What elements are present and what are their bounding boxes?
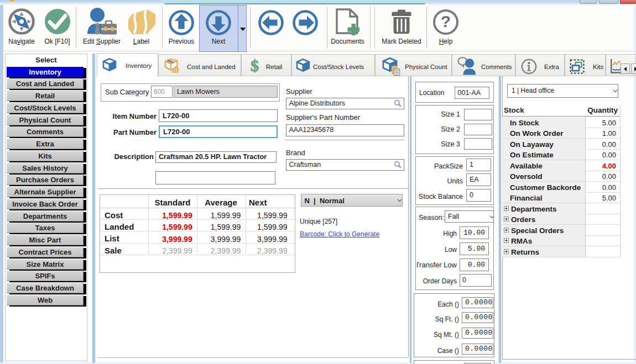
- svg-text:?: ?: [441, 12, 451, 30]
